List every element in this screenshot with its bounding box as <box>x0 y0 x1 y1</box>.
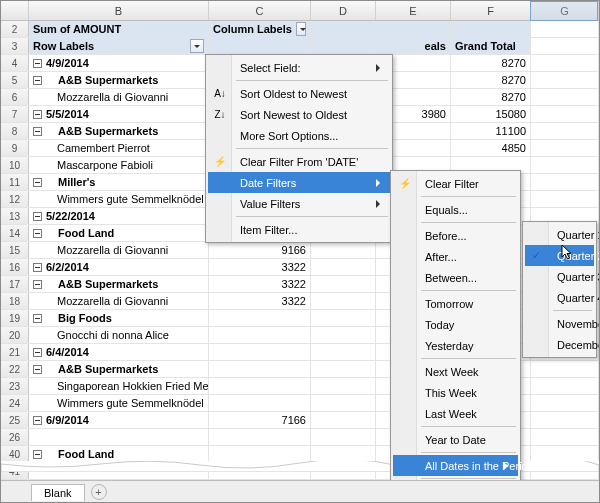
date-filters-item[interactable]: Date Filters <box>208 172 390 193</box>
col-header-B[interactable]: B <box>29 1 209 20</box>
row-header[interactable]: 8 <box>1 123 29 139</box>
cell[interactable] <box>209 38 311 54</box>
cell[interactable] <box>311 412 376 428</box>
col-header-F[interactable]: F <box>451 1 531 20</box>
cell[interactable]: Food Land <box>29 446 209 462</box>
cell[interactable]: Big Foods <box>29 310 209 326</box>
cell[interactable] <box>311 38 376 54</box>
row-header[interactable]: 13 <box>1 208 29 224</box>
cell[interactable]: eals <box>376 38 451 54</box>
cell[interactable] <box>311 446 376 462</box>
cell[interactable] <box>311 327 376 343</box>
december-item[interactable]: December <box>525 334 594 355</box>
cell[interactable] <box>209 446 311 462</box>
cell[interactable] <box>311 293 376 309</box>
before-item[interactable]: Before... <box>393 225 518 246</box>
cell[interactable]: Wimmers gute Semmelknödel <box>29 191 209 207</box>
sort-oldest-item[interactable]: A↓Sort Oldest to Newest <box>208 83 390 104</box>
cell[interactable] <box>531 412 599 428</box>
cell[interactable] <box>531 446 599 462</box>
quarter1-item[interactable]: Quarter 1 <box>525 224 594 245</box>
collapse-icon[interactable] <box>33 263 42 272</box>
row-header[interactable]: 16 <box>1 259 29 275</box>
next-week-item[interactable]: Next Week <box>393 361 518 382</box>
cell[interactable]: Mozzarella di Giovanni <box>29 89 209 105</box>
today-item[interactable]: Today <box>393 314 518 335</box>
cell[interactable]: 9166 <box>209 242 311 258</box>
quarter2-item[interactable]: ✓Quarter 2 <box>525 245 594 266</box>
cell[interactable]: 5/22/2014 <box>29 208 209 224</box>
cell[interactable] <box>311 242 376 258</box>
cell[interactable]: 15080 <box>451 106 531 122</box>
quarter4-item[interactable]: Quarter 4 <box>525 287 594 308</box>
row-header[interactable]: 18 <box>1 293 29 309</box>
row-header[interactable]: 7 <box>1 106 29 122</box>
cell[interactable] <box>311 429 376 445</box>
cell[interactable] <box>311 276 376 292</box>
cell[interactable]: 4/9/2014 <box>29 55 209 71</box>
between-item[interactable]: Between... <box>393 267 518 288</box>
all-dates-period-item[interactable]: All Dates in the Period <box>393 455 518 476</box>
cell[interactable]: 8270 <box>451 72 531 88</box>
collapse-icon[interactable] <box>33 229 42 238</box>
clear-filter-item[interactable]: ⚡Clear Filter <box>393 173 518 194</box>
cell[interactable] <box>209 361 311 377</box>
sort-newest-item[interactable]: Z↓Sort Newest to Oldest <box>208 104 390 125</box>
this-week-item[interactable]: This Week <box>393 382 518 403</box>
cell[interactable] <box>311 395 376 411</box>
col-header-E[interactable]: E <box>376 1 451 20</box>
row-header[interactable]: 5 <box>1 72 29 88</box>
cell[interactable]: Column Labels <box>209 21 311 37</box>
november-item[interactable]: November <box>525 313 594 334</box>
yesterday-item[interactable]: Yesterday <box>393 335 518 356</box>
row-header[interactable]: 24 <box>1 395 29 411</box>
row-header[interactable]: 10 <box>1 157 29 173</box>
row-header[interactable]: 25 <box>1 412 29 428</box>
cell[interactable] <box>531 140 599 156</box>
col-header-G[interactable]: G <box>531 1 599 20</box>
year-to-date-item[interactable]: Year to Date <box>393 429 518 450</box>
cell[interactable] <box>311 344 376 360</box>
cell[interactable] <box>209 429 311 445</box>
cell[interactable] <box>531 378 599 394</box>
collapse-icon[interactable] <box>33 365 42 374</box>
cell[interactable]: A&B Supermarkets <box>29 72 209 88</box>
cell[interactable] <box>209 310 311 326</box>
cell[interactable]: A&B Supermarkets <box>29 361 209 377</box>
row-header[interactable]: 2 <box>1 21 29 37</box>
cell[interactable]: Mozzarella di Giovanni <box>29 293 209 309</box>
cell[interactable]: 3322 <box>209 276 311 292</box>
cell[interactable] <box>531 429 599 445</box>
cell[interactable]: 6/2/2014 <box>29 259 209 275</box>
equals-item[interactable]: Equals... <box>393 199 518 220</box>
collapse-icon[interactable] <box>33 348 42 357</box>
cell[interactable] <box>531 174 599 190</box>
cell[interactable]: Row Labels <box>29 38 209 54</box>
cell[interactable] <box>531 361 599 377</box>
cell[interactable]: Gnocchi di nonna Alice <box>29 327 209 343</box>
row-header[interactable]: 12 <box>1 191 29 207</box>
collapse-icon[interactable] <box>33 314 42 323</box>
cell[interactable] <box>531 106 599 122</box>
collapse-icon[interactable] <box>33 59 42 68</box>
collapse-icon[interactable] <box>33 76 42 85</box>
row-header[interactable]: 11 <box>1 174 29 190</box>
cell[interactable] <box>531 395 599 411</box>
cell[interactable]: 6/4/2014 <box>29 344 209 360</box>
collapse-icon[interactable] <box>33 450 42 459</box>
cell[interactable]: 3322 <box>209 293 311 309</box>
cell[interactable] <box>209 378 311 394</box>
cell[interactable]: Camembert Pierrot <box>29 140 209 156</box>
row-header[interactable]: 6 <box>1 89 29 105</box>
cell[interactable] <box>451 21 531 37</box>
cell[interactable] <box>311 378 376 394</box>
cell[interactable]: 11100 <box>451 123 531 139</box>
cell[interactable]: 6/9/2014 <box>29 412 209 428</box>
tomorrow-item[interactable]: Tomorrow <box>393 293 518 314</box>
clear-filter-date-item[interactable]: ⚡Clear Filter From 'DATE' <box>208 151 390 172</box>
after-item[interactable]: After... <box>393 246 518 267</box>
cell[interactable]: Grand Total <box>451 38 531 54</box>
collapse-icon[interactable] <box>33 212 42 221</box>
cell[interactable] <box>209 327 311 343</box>
cell[interactable] <box>531 38 599 54</box>
